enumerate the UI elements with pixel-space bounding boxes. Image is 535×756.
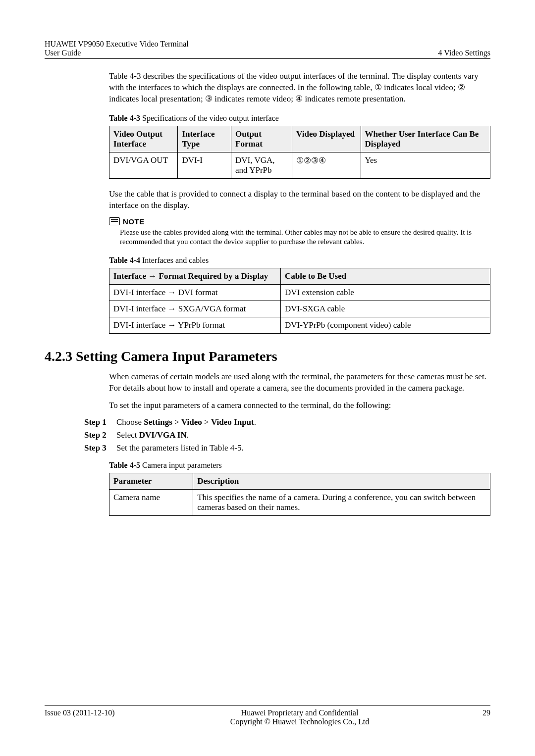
table-row: DVI-I interface → YPrPb format DVI-YPrPb… (109, 317, 490, 333)
note-block: NOTE Please use the cables provided alon… (109, 217, 490, 247)
footer-center2: Copyright © Huawei Technologies Co., Ltd (124, 717, 476, 726)
step1-b2: Video (181, 417, 202, 427)
step-2: Step 2 Select DVI/VGA IN. (84, 430, 490, 440)
intro-text-e: indicates remote presentation. (303, 94, 406, 103)
note-label: NOTE (123, 217, 145, 226)
table-header-row: Parameter Description (109, 473, 490, 489)
step1-label: Step 1 (84, 417, 111, 427)
table45-r1c2: This specifies the name of a camera. Dur… (193, 489, 490, 515)
circled-4: ④ (295, 94, 303, 103)
step2-label: Step 2 (84, 430, 111, 440)
footer-center: Huawei Proprietary and Confidential Copy… (124, 708, 476, 726)
footer-rule (45, 705, 490, 708)
table43-r1c4: ①②③④ (292, 152, 361, 178)
table45-caption-rest: Camera input parameters (140, 461, 222, 469)
table44-r3c1: DVI-I interface → YPrPb format (109, 317, 281, 333)
step1-b3: Video Input (211, 417, 254, 427)
step3-label: Step 3 (84, 443, 111, 453)
page-header: HUAWEI VP9050 Executive Video Terminal U… (45, 40, 490, 59)
table43-r1c5: Yes (361, 152, 490, 178)
table45-r1c1: Camera name (109, 489, 193, 515)
table44-h1: Interface → Format Required by a Display (109, 268, 281, 284)
table45: Parameter Description Camera name This s… (109, 473, 490, 516)
step-3: Step 3 Set the parameters listed in Tabl… (84, 443, 490, 453)
step2-a: Select (116, 430, 139, 440)
table43-h2: Interface Type (178, 126, 231, 152)
table-row: DVI/VGA OUT DVI-I DVI, VGA, and YPrPb ①②… (109, 152, 490, 178)
table43-h3: Output Format (231, 126, 292, 152)
note-heading: NOTE (109, 217, 490, 226)
table44: Interface → Format Required by a Display… (109, 268, 490, 334)
step1-end: . (254, 417, 256, 427)
header-product: HUAWEI VP9050 Executive Video Terminal (45, 40, 189, 49)
step2-b: DVI/VGA IN (139, 430, 187, 440)
table44-caption-bold: Table 4-4 (109, 256, 140, 264)
step1-text: Choose Settings > Video > Video Input. (116, 417, 256, 427)
table43-r1c3: DVI, VGA, and YPrPb (231, 152, 292, 178)
intro-paragraph: Table 4-3 describes the specifications o… (109, 71, 490, 105)
step1-b1: Settings (144, 417, 172, 427)
table43-h1: Video Output Interface (109, 126, 178, 152)
table45-h2: Description (193, 473, 490, 489)
step-1: Step 1 Choose Settings > Video > Video I… (84, 417, 490, 427)
table43: Video Output Interface Interface Type Ou… (109, 126, 490, 179)
step1-sep1: > (172, 417, 181, 427)
header-left: HUAWEI VP9050 Executive Video Terminal U… (45, 40, 189, 57)
table44-h2: Cable to Be Used (281, 268, 490, 284)
circled-3: ③ (205, 94, 213, 103)
table45-caption: Table 4-5 Camera input parameters (109, 461, 490, 470)
table44-r2c1: DVI-I interface → SXGA/VGA format (109, 301, 281, 317)
intro-text-d: indicates remote video; (213, 94, 295, 103)
intro-text-c: indicates local presentation; (109, 94, 205, 103)
circled-1: ① (374, 83, 382, 92)
step3-text: Set the parameters listed in Table 4-5. (116, 443, 244, 453)
step2-end: . (187, 430, 189, 440)
table44-r3c2: DVI-YPrPb (component video) cable (281, 317, 490, 333)
table45-caption-bold: Table 4-5 (109, 461, 140, 469)
table43-r1c2: DVI-I (178, 152, 231, 178)
footer-wrap: Issue 03 (2011-12-10) Huawei Proprietary… (45, 690, 490, 726)
intro-text-b: indicates local video; (382, 83, 458, 92)
step2-text: Select DVI/VGA IN. (116, 430, 189, 440)
table-row: Camera name This specifies the name of a… (109, 489, 490, 515)
table-header-row: Interface → Format Required by a Display… (109, 268, 490, 284)
section-p1: When cameras of certain models are used … (109, 371, 490, 394)
circled-2: ② (458, 83, 465, 92)
table43-r1c1: DVI/VGA OUT (109, 152, 178, 178)
table44-r2c2: DVI-SXGA cable (281, 301, 490, 317)
table43-caption-bold: Table 4-3 (109, 114, 140, 122)
table-row: DVI-I interface → SXGA/VGA format DVI-SX… (109, 301, 490, 317)
header-doc: User Guide (45, 49, 189, 57)
para-cable: Use the cable that is provided to connec… (109, 189, 490, 211)
header-chapter: 4 Video Settings (438, 40, 490, 57)
table-header-row: Video Output Interface Interface Type Ou… (109, 126, 490, 152)
table-row: DVI-I interface → DVI format DVI extensi… (109, 284, 490, 301)
header-chapter-text: 4 Video Settings (438, 49, 490, 57)
steps-list: Step 1 Choose Settings > Video > Video I… (84, 417, 490, 453)
note-body: Please use the cables provided along wit… (120, 228, 490, 247)
note-icon (109, 217, 120, 225)
table43-h4: Video Displayed (292, 126, 361, 152)
table44-r1c2: DVI extension cable (281, 284, 490, 301)
step1-sep2: > (202, 417, 211, 427)
table43-caption: Table 4-3 Specifications of the video ou… (109, 114, 490, 123)
table44-caption-rest: Interfaces and cables (140, 256, 209, 264)
footer-center1: Huawei Proprietary and Confidential (124, 708, 476, 717)
footer-page-number: 29 (476, 708, 490, 717)
table45-h1: Parameter (109, 473, 193, 489)
step1-a: Choose (116, 417, 144, 427)
table44-r1c1: DVI-I interface → DVI format (109, 284, 281, 301)
section-heading-423: 4.2.3 Setting Camera Input Parameters (45, 349, 490, 364)
table44-caption: Table 4-4 Interfaces and cables (109, 256, 490, 265)
page-footer: Issue 03 (2011-12-10) Huawei Proprietary… (45, 708, 490, 726)
main-content: Table 4-3 describes the specifications o… (109, 71, 490, 526)
table43-caption-rest: Specifications of the video output inter… (140, 114, 279, 122)
section-p2: To set the input parameters of a camera … (109, 400, 490, 411)
footer-issue: Issue 03 (2011-12-10) (45, 708, 124, 717)
table43-h5: Whether User Interface Can Be Displayed (361, 126, 490, 152)
